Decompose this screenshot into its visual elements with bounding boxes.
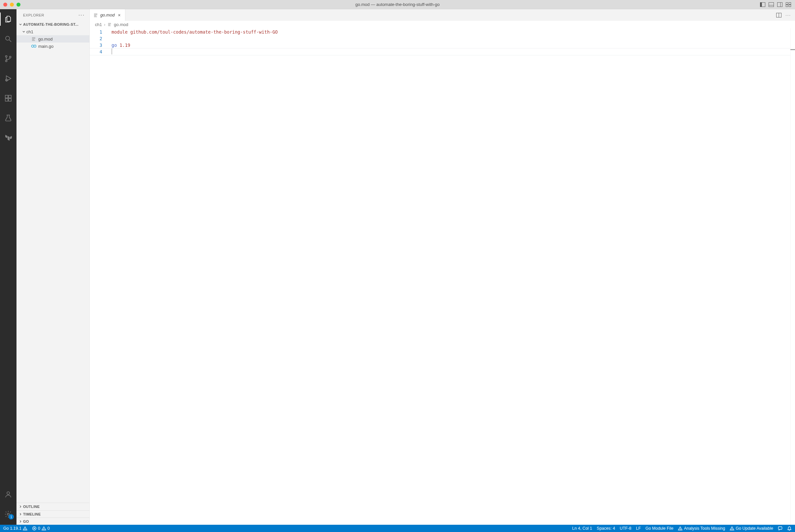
status-problems[interactable]: 0 0 (32, 526, 50, 531)
debug-icon (4, 75, 12, 82)
file-main-go[interactable]: main.go (17, 42, 89, 50)
code-line (111, 49, 795, 55)
status-right: Ln 4, Col 1 Spaces: 4 UTF-8 LF Go Module… (572, 526, 795, 531)
code-editor[interactable]: 1 2 3 4 module github.com/toul-codes/aut… (90, 28, 795, 525)
status-indentation[interactable]: Spaces: 4 (597, 526, 615, 531)
file-tree: ch1 go.mod main.go (17, 28, 89, 503)
explorer-activity[interactable] (0, 13, 17, 26)
run-debug-activity[interactable] (0, 72, 17, 85)
terraform-activity[interactable] (0, 131, 17, 145)
source-control-activity[interactable] (0, 52, 17, 65)
svg-rect-17 (5, 95, 8, 98)
bell-icon (787, 526, 792, 531)
breadcrumb-folder[interactable]: ch1 (95, 22, 102, 27)
status-language-mode[interactable]: Go Module File (646, 526, 673, 531)
titlebar: go.mod — automate-the-boring-stuff-with-… (0, 0, 795, 9)
svg-rect-2 (769, 2, 774, 6)
text-cursor (111, 49, 112, 54)
status-go-version[interactable]: Go 1.19.1 (3, 526, 27, 531)
status-go-update[interactable]: Go Update Available (730, 526, 773, 531)
titlebar-layout-controls (760, 2, 795, 7)
chevron-right-icon: › (104, 22, 105, 27)
files-icon (4, 15, 12, 23)
editor-area: go.mod × ··· ch1 › go.mod 1 2 3 (90, 9, 795, 525)
svg-marker-15 (6, 76, 11, 81)
svg-rect-3 (769, 5, 774, 7)
svg-point-54 (732, 530, 732, 530)
line-number-gutter: 1 2 3 4 (90, 28, 108, 525)
breadcrumbs[interactable]: ch1 › go.mod (90, 21, 795, 28)
search-icon (4, 35, 12, 43)
svg-rect-18 (5, 98, 8, 101)
timeline-section[interactable]: TIMELINE (17, 510, 89, 517)
settings-activity[interactable]: 1 (0, 508, 17, 521)
svg-rect-7 (789, 2, 791, 4)
project-name: AUTOMATE-THE-BORING-ST... (23, 22, 78, 26)
workbench-body: 1 EXPLORER ··· AUTOMATE-THE-BORING-ST...… (0, 9, 795, 525)
settings-badge: 1 (8, 514, 14, 519)
outline-section[interactable]: OUTLINE (17, 503, 89, 510)
account-icon (4, 491, 12, 498)
fullscreen-window-button[interactable] (17, 3, 20, 6)
tabs-row: go.mod × ··· (90, 9, 795, 21)
toggle-primary-sidebar-icon[interactable] (760, 2, 765, 7)
accounts-activity[interactable] (0, 488, 17, 501)
tab-go-mod[interactable]: go.mod × (90, 9, 125, 21)
warning-triangle-icon (730, 526, 734, 531)
sidebar-title: EXPLORER (23, 13, 44, 17)
extensions-activity[interactable] (0, 92, 17, 105)
overview-mark (790, 49, 795, 50)
testing-activity[interactable] (0, 111, 17, 125)
sidebar-more-icon[interactable]: ··· (78, 12, 85, 18)
window-title: go.mod — automate-the-boring-stuff-with-… (0, 2, 795, 7)
search-activity[interactable] (0, 32, 17, 45)
error-circle-icon (32, 526, 37, 531)
code-content[interactable]: module github.com/toul-codes/automate-th… (111, 29, 795, 55)
close-window-button[interactable] (3, 3, 7, 6)
split-editor-icon[interactable] (776, 13, 781, 17)
toggle-secondary-sidebar-icon[interactable] (777, 2, 782, 7)
terraform-icon (4, 134, 12, 142)
close-icon[interactable]: × (116, 13, 122, 18)
customize-layout-icon[interactable] (786, 2, 791, 7)
svg-point-45 (25, 530, 25, 530)
git-branch-icon (4, 55, 12, 63)
code-line (111, 35, 795, 42)
svg-rect-55 (778, 527, 782, 529)
status-notifications[interactable] (787, 526, 792, 531)
svg-point-14 (10, 56, 11, 58)
go-version-label: Go 1.19.1 (3, 526, 21, 531)
status-feedback[interactable] (778, 526, 782, 531)
overview-ruler[interactable] (790, 28, 795, 525)
chevron-right-icon (18, 505, 23, 509)
go-section[interactable]: GO (17, 517, 89, 525)
project-section-header[interactable]: AUTOMATE-THE-BORING-ST... (17, 21, 89, 28)
svg-point-32 (32, 45, 34, 48)
warning-count: 0 (48, 526, 50, 531)
status-analysis-tools[interactable]: Analysis Tools Missing (678, 526, 725, 531)
feedback-icon (778, 526, 782, 531)
minimize-window-button[interactable] (10, 3, 14, 6)
chevron-right-icon (18, 512, 23, 516)
status-eol[interactable]: LF (636, 526, 641, 531)
code-line: go 1.19 (111, 42, 795, 49)
folder-ch1[interactable]: ch1 (17, 28, 89, 35)
svg-marker-24 (10, 136, 12, 139)
vscode-window: go.mod — automate-the-boring-stuff-with-… (0, 0, 795, 532)
more-actions-icon[interactable]: ··· (785, 13, 791, 17)
beaker-icon (4, 114, 12, 122)
warning-triangle-icon (678, 526, 683, 531)
status-encoding[interactable]: UTF-8 (620, 526, 631, 531)
status-cursor-position[interactable]: Ln 4, Col 1 (572, 526, 592, 531)
svg-rect-8 (786, 5, 788, 6)
breadcrumb-file[interactable]: go.mod (114, 22, 128, 27)
svg-rect-5 (780, 2, 782, 6)
svg-rect-1 (760, 2, 762, 6)
tab-actions: ··· (776, 9, 795, 21)
svg-rect-9 (789, 5, 791, 6)
folder-label: ch1 (26, 29, 33, 34)
lines-file-icon (107, 22, 112, 27)
activity-bar-bottom: 1 (0, 488, 17, 525)
toggle-panel-icon[interactable] (769, 2, 774, 7)
file-go-mod[interactable]: go.mod (17, 35, 89, 42)
